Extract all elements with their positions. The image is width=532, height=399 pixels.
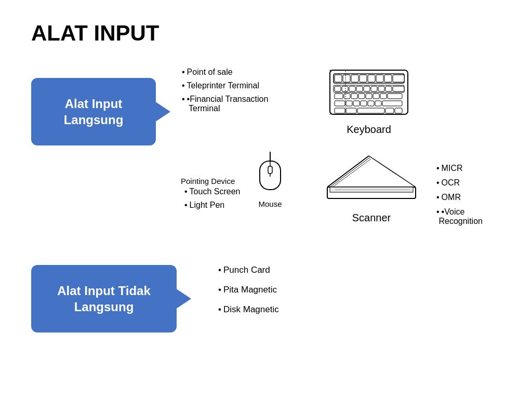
svg-rect-42	[395, 108, 402, 113]
svg-rect-40	[357, 108, 384, 113]
svg-rect-25	[351, 94, 357, 99]
svg-rect-22	[393, 86, 404, 91]
svg-rect-31	[335, 101, 345, 106]
svg-rect-28	[373, 94, 379, 99]
svg-rect-39	[346, 108, 356, 113]
svg-rect-23	[335, 94, 343, 99]
svg-rect-30	[388, 94, 402, 99]
svg-rect-10	[368, 75, 375, 82]
mouse-label: Mouse	[255, 200, 286, 208]
svg-rect-19	[371, 86, 377, 91]
svg-rect-9	[360, 75, 367, 82]
keyboard-area: Keyboard	[327, 68, 410, 136]
pointing-device-label: Pointing Device	[181, 177, 235, 185]
direct-item-1: Point of sale	[182, 68, 268, 77]
page-title: ALAT INPUT	[31, 21, 159, 46]
right-item-3: OMR	[436, 193, 483, 202]
svg-rect-8	[351, 75, 358, 82]
svg-rect-26	[358, 94, 365, 99]
svg-rect-29	[380, 94, 387, 99]
pointing-item-1: Touch Screen	[184, 187, 240, 196]
scanner-label: Scanner	[322, 212, 421, 224]
scanner-area: Scanner	[322, 151, 421, 224]
svg-rect-27	[366, 94, 372, 99]
svg-rect-20	[378, 86, 384, 91]
pointing-item-2: Light Pen	[184, 201, 240, 210]
svg-line-47	[330, 157, 370, 187]
mouse-area: Mouse	[255, 151, 286, 208]
keyboard-icon	[327, 68, 410, 119]
svg-rect-34	[361, 101, 367, 106]
direct-item-3: •Financial Transaction Terminal	[182, 95, 268, 113]
indirect-item-1: Punch Card	[218, 265, 279, 275]
svg-line-48	[332, 159, 371, 187]
bubble-tidak: Alat Input Tidak Langsung	[31, 265, 177, 332]
indirect-item-3: Disk Magnetic	[218, 304, 279, 315]
indirect-section: Punch Card Pita Magnetic Disk Magnetic	[218, 265, 279, 324]
svg-rect-14	[335, 86, 341, 91]
svg-rect-12	[384, 75, 392, 82]
svg-rect-41	[385, 108, 394, 113]
svg-rect-13	[393, 75, 404, 82]
svg-rect-33	[353, 101, 360, 106]
pointing-section: Touch Screen Light Pen	[184, 187, 240, 214]
svg-rect-21	[385, 86, 392, 91]
direct-section: Point of sale Teleprinter Terminal •Fina…	[182, 68, 268, 117]
svg-rect-38	[335, 108, 345, 113]
svg-rect-11	[376, 75, 383, 82]
svg-line-46	[369, 156, 416, 187]
svg-rect-6	[335, 75, 342, 82]
svg-rect-24	[344, 94, 350, 99]
svg-rect-32	[346, 101, 352, 106]
svg-line-45	[327, 156, 369, 187]
right-item-2: OCR	[436, 178, 483, 188]
right-bullets-section: MICR OCR OMR •Voice Recognition	[436, 164, 483, 231]
svg-rect-7	[343, 75, 350, 82]
svg-rect-2	[268, 166, 272, 174]
svg-rect-35	[368, 101, 374, 106]
right-item-4: •Voice Recognition	[436, 207, 483, 226]
svg-rect-37	[382, 101, 402, 106]
svg-rect-17	[356, 86, 363, 91]
scanner-icon	[322, 151, 421, 208]
svg-rect-16	[349, 86, 355, 91]
indirect-item-2: Pita Magnetic	[218, 285, 279, 295]
direct-item-2: Teleprinter Terminal	[182, 81, 268, 90]
mouse-icon	[255, 151, 286, 197]
svg-rect-36	[375, 101, 381, 106]
bubble-langsung: Alat Input Langsung	[31, 78, 156, 145]
keyboard-label: Keyboard	[327, 124, 410, 136]
right-item-1: MICR	[436, 164, 483, 173]
svg-rect-15	[342, 86, 348, 91]
svg-rect-18	[364, 86, 370, 91]
